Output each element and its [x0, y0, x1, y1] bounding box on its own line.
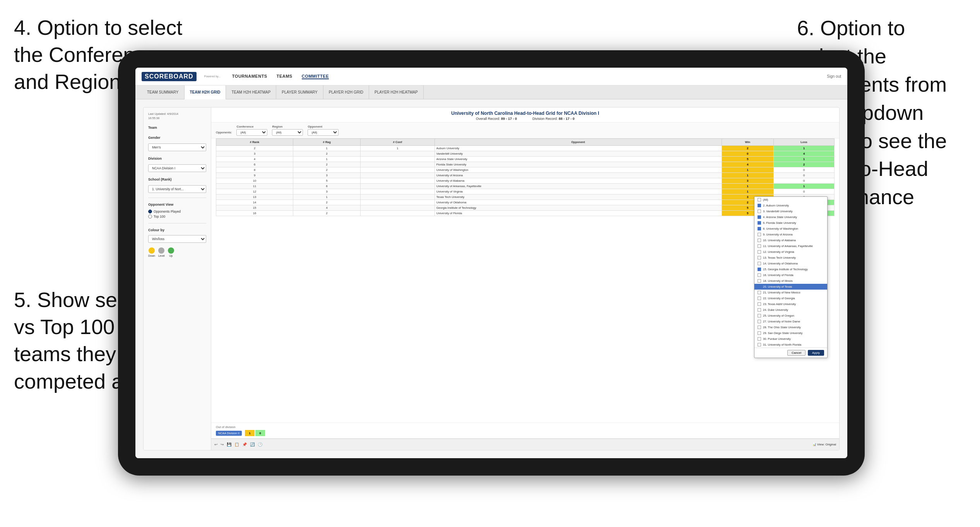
cell-conf — [361, 167, 435, 173]
sub-nav: TEAM SUMMARY TEAM H2H GRID TEAM H2H HEAT… — [135, 85, 847, 99]
dropdown-item[interactable]: 12. University of Virginia — [754, 249, 827, 255]
cell-opponent: University of Alabama — [434, 178, 722, 184]
dropdown-item-label: 21. University of New Mexico — [763, 291, 800, 294]
division-record: Division Record: 88 - 17 - 0 — [532, 117, 575, 121]
subnav-player-h2h-grid[interactable]: PLAYER H2H GRID — [323, 85, 369, 99]
grid-area: University of North Carolina Head-to-Hea… — [211, 107, 839, 450]
clock-btn[interactable]: 🕐 — [258, 442, 262, 447]
cell-rank: 3 — [216, 151, 293, 157]
undo-btn[interactable]: ↩ — [214, 442, 217, 447]
dropdown-item[interactable]: 27. University of Notre Dame — [754, 319, 827, 324]
dropdown-item[interactable]: 23. Texas A&M University — [754, 301, 827, 307]
subnav-team-h2h-grid[interactable]: TEAM H2H GRID — [185, 85, 226, 99]
cancel-button[interactable]: Cancel — [787, 350, 806, 356]
radio-top-100-label: Top 100 — [154, 215, 165, 218]
apply-button[interactable]: Apply — [808, 350, 824, 356]
dropdown-item[interactable]: 20. University of Texas — [754, 284, 827, 290]
dropdown-item[interactable]: 2. Auburn University — [754, 203, 827, 208]
cell-rag: 3 — [293, 189, 360, 194]
main-content: Last Updated: 4/9/2014 16:55:38 Team Gen… — [135, 99, 847, 458]
cell-conf — [361, 162, 435, 167]
dropdown-item-label: 25. University of Oregon — [763, 314, 794, 317]
cell-win: 1 — [722, 167, 773, 173]
dropdown-item[interactable]: 10. University of Alabama — [754, 237, 827, 243]
sidebar-divider-2 — [148, 223, 206, 223]
dropdown-item[interactable]: 8. University of Washington — [754, 226, 827, 232]
dropdown-item[interactable]: (All) — [754, 197, 827, 203]
gender-select[interactable]: Men's — [148, 143, 206, 151]
refresh-btn[interactable]: 🔄 — [250, 442, 255, 447]
dropdown-item[interactable]: 18. University of Illinois — [754, 278, 827, 284]
nav-tournaments[interactable]: TOURNAMENTS — [232, 74, 267, 79]
table-header-row: # Rank # Rag # Conf Opponent Win Loss — [216, 139, 835, 146]
dropdown-item[interactable]: 28. The Ohio State University — [754, 324, 827, 330]
dropdown-item[interactable]: 14. University of Oklahoma — [754, 261, 827, 266]
out-of-division-cells: 1 0 — [245, 430, 265, 436]
dropdown-checkbox — [758, 227, 761, 230]
table-row: 3 2 Vanderbilt University 0 4 — [216, 151, 835, 157]
out-of-division-tag: NCAA Division II — [216, 431, 242, 436]
opponent-select[interactable]: (All) — [308, 129, 339, 136]
dropdown-item[interactable]: 16. University of Florida — [754, 272, 827, 278]
radio-top-100[interactable]: Top 100 — [148, 215, 206, 218]
dropdown-item[interactable]: 30. Purdue University — [754, 336, 827, 342]
school-rank-select[interactable]: 1. University of Nort... — [148, 185, 206, 193]
legend-up: Up — [168, 247, 174, 257]
logo: SCOREBOARD — [142, 72, 197, 81]
dropdown-item-label: 11. University of Arkansas, Fayetteville — [763, 244, 813, 248]
dropdown-item[interactable]: 21. University of New Mexico — [754, 290, 827, 295]
gender-label: Gender — [148, 136, 206, 140]
cell-rag: 1 — [293, 194, 360, 200]
paste-btn[interactable]: 📌 — [242, 442, 247, 447]
legend-down-circle — [149, 247, 155, 254]
dropdown-item-label: 13. Texas Tech University — [763, 256, 796, 259]
cell-loss: 1 — [773, 157, 834, 162]
dropdown-item[interactable]: 3. Vanderbilt University — [754, 208, 827, 214]
legend-up-circle — [168, 247, 174, 254]
redo-btn[interactable]: ↪ — [221, 442, 224, 447]
dropdown-item[interactable]: 29. San Diego State University — [754, 330, 827, 336]
signout[interactable]: Sign out — [827, 74, 841, 78]
cell-win: 4 — [722, 162, 773, 167]
dropdown-item[interactable]: 11. University of Arkansas, Fayetteville — [754, 243, 827, 249]
radio-group: Opponents Played Top 100 — [148, 210, 206, 218]
save-btn[interactable]: 💾 — [227, 442, 231, 447]
colour-by-label: Colour by — [148, 228, 206, 232]
subnav-player-h2h-heatmap[interactable]: PLAYER H2H HEATMAP — [369, 85, 424, 99]
cell-conf — [361, 200, 435, 205]
dropdown-item[interactable]: 24. Duke University — [754, 307, 827, 313]
copy-btn[interactable]: 📋 — [234, 442, 239, 447]
cell-loss: 0 — [773, 178, 834, 184]
cell-rag: 6 — [293, 184, 360, 189]
subnav-team-h2h-heatmap[interactable]: TEAM H2H HEATMAP — [226, 85, 276, 99]
cell-loss: 0 — [773, 173, 834, 178]
division-select[interactable]: NCAA Division I — [148, 164, 206, 172]
legend-level-circle — [158, 247, 164, 254]
region-select[interactable]: (All) — [272, 129, 303, 136]
subnav-team-summary[interactable]: TEAM SUMMARY — [142, 85, 185, 99]
view-label: 📊 View: Original — [812, 443, 836, 446]
dropdown-item[interactable]: 4. Arizona State University — [754, 214, 827, 220]
dropdown-item[interactable]: 22. University of Georgia — [754, 295, 827, 301]
dropdown-checkbox — [758, 279, 761, 283]
cell-win: 0 — [722, 151, 773, 157]
conference-select[interactable]: (All) — [236, 129, 267, 136]
dropdown-item[interactable]: 9. University of Arizona — [754, 232, 827, 237]
dropdown-item[interactable]: 13. Texas Tech University — [754, 255, 827, 261]
cell-conf — [361, 157, 435, 162]
dropdown-item[interactable]: 31. University of North Florida — [754, 342, 827, 348]
dropdown-item[interactable]: 6. Florida State University — [754, 220, 827, 226]
opponent-dropdown[interactable]: (All)2. Auburn University3. Vanderbilt U… — [754, 196, 828, 358]
radio-opponents-played-indicator — [148, 210, 152, 213]
cell-conf — [361, 178, 435, 184]
subnav-player-summary[interactable]: PLAYER SUMMARY — [276, 85, 323, 99]
radio-opponents-played[interactable]: Opponents Played — [148, 210, 206, 213]
nav-teams[interactable]: TEAMS — [277, 74, 292, 79]
dropdown-item[interactable]: 25. University of Oregon — [754, 313, 827, 319]
cell-opponent: University of Arkansas, Fayetteville — [434, 184, 722, 189]
nav-committee[interactable]: COMMITTEE — [302, 74, 329, 79]
dropdown-item[interactable]: 15. Georgia Institute of Technology — [754, 266, 827, 272]
dropdown-item-label: 31. University of North Florida — [763, 343, 801, 346]
colour-by-select[interactable]: Win/loss — [148, 235, 206, 243]
cell-opponent: Florida State University — [434, 162, 722, 167]
